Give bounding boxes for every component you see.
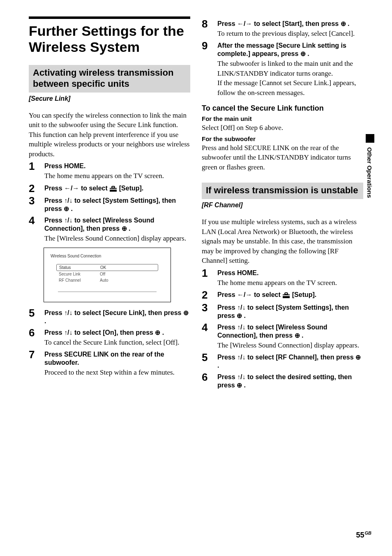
- s2-step-5: 5 Press ↑/↓ to select [RF Channel], then…: [202, 352, 363, 370]
- cancel-subwoofer-title: For the subwoofer: [202, 135, 363, 142]
- step-title-before: Press ←/→ to select: [217, 291, 282, 298]
- step-note: To cancel the Secure Link function, sele…: [44, 338, 190, 347]
- screenshot-title: Wireless Sound Connection: [51, 254, 164, 258]
- section2-intro: If you use multiple wireless systems, su…: [202, 217, 363, 265]
- step-number: 2: [202, 290, 212, 300]
- toolbox-icon: [282, 292, 290, 298]
- step-number: 5: [29, 308, 39, 318]
- screenshot-row-securelink: Secure Link Off: [56, 271, 158, 277]
- s2-step-2: 2 Press ←/→ to select [Setup].: [202, 290, 363, 300]
- step-number: 3: [202, 303, 212, 313]
- step-1: 1 Press HOME. The home menu appears on t…: [29, 161, 190, 181]
- step-number: 6: [29, 328, 39, 338]
- step-title: Press ←/→ to select [Setup].: [44, 184, 190, 192]
- section1-intro: You can specify the wireless connection …: [29, 111, 190, 159]
- svg-rect-4: [285, 293, 288, 294]
- step-title: Press ↑/↓ to select [Wireless Sound Conn…: [217, 323, 363, 340]
- step-note: The home menu appears on the TV screen.: [44, 171, 190, 181]
- screenshot-val: OK: [100, 265, 106, 270]
- step-title: Press HOME.: [44, 162, 190, 170]
- step-number: 5: [202, 352, 212, 363]
- step-2: 2 Press ←/→ to select [Setup].: [29, 183, 190, 194]
- screenshot-key: RF Channel: [59, 278, 100, 283]
- side-tab-label: Other Operations: [366, 147, 373, 198]
- step-title: Press ←/→ to select [Start], then press …: [217, 20, 363, 28]
- svg-rect-2: [109, 189, 117, 190]
- section1-sub: [Secure Link]: [29, 95, 190, 102]
- step-title: Press ↑/↓ to select [Secure Link], then …: [44, 309, 190, 325]
- section1-steps-cont: 8 Press ←/→ to select [Start], then pres…: [202, 19, 363, 97]
- step-number: 4: [202, 322, 212, 333]
- right-column: 8 Press ←/→ to select [Start], then pres…: [202, 16, 363, 392]
- side-tab-marker: [366, 134, 374, 143]
- cancel-main-unit-title: For the main unit: [202, 115, 363, 122]
- page-footer: 55GB: [356, 531, 371, 540]
- step-number: 1: [202, 268, 212, 278]
- step-number: 3: [29, 196, 39, 206]
- step-title-after: [Setup].: [117, 185, 143, 192]
- section1-header: Activating wireless transmission between…: [29, 65, 190, 93]
- step-note: Proceed to the next Step within a few mi…: [44, 368, 190, 377]
- step-title-after: [Setup].: [290, 291, 316, 298]
- svg-rect-3: [283, 294, 290, 298]
- step-title: After the message [Secure Link setting i…: [217, 42, 363, 58]
- screenshot-key: Status: [59, 265, 100, 270]
- region-code: GB: [365, 531, 372, 535]
- s2-step-6: 6 Press ↑/↓ to select the desired settin…: [202, 372, 363, 389]
- step-5: 5 Press ↑/↓ to select [Secure Link], the…: [29, 308, 190, 325]
- section2-header: If wireless transmission is unstable: [202, 183, 363, 199]
- step-number: 6: [202, 372, 212, 382]
- s2-step-3: 3 Press ↑/↓ to select [System Settings],…: [202, 303, 363, 320]
- screenshot-row-rfchannel: RF Channel Auto: [56, 277, 158, 283]
- section2-steps: 1 Press HOME. The home menu appears on t…: [202, 268, 363, 390]
- step-8: 8 Press ←/→ to select [Start], then pres…: [202, 19, 363, 38]
- screenshot-key: Secure Link: [59, 272, 100, 276]
- main-title: Further Settings for the Wireless System: [29, 16, 190, 55]
- step-title: Press ←/→ to select [Setup].: [217, 291, 363, 299]
- step-title-before: Press ←/→ to select: [44, 185, 109, 192]
- page-number: 55: [356, 531, 364, 539]
- step-title: Press ↑/↓ to select the desired setting,…: [217, 373, 363, 389]
- step-number: 2: [29, 183, 39, 194]
- step-title: Press ↑/↓ to select [System Settings], t…: [217, 303, 363, 320]
- step-number: 4: [29, 215, 39, 226]
- left-column: Further Settings for the Wireless System…: [29, 16, 190, 392]
- step-3: 3 Press ↑/↓ to select [System Settings],…: [29, 196, 190, 213]
- toolbox-icon: [109, 186, 117, 192]
- section1-steps: 1 Press HOME. The home menu appears on t…: [29, 161, 190, 378]
- screenshot-val: Off: [100, 272, 105, 276]
- step-title: Press HOME.: [217, 269, 363, 277]
- step-number: 9: [202, 41, 212, 51]
- svg-rect-1: [112, 186, 115, 188]
- step-4: 4 Press ↑/↓ to select [Wireless Sound Co…: [29, 215, 190, 243]
- section2-sub: [RF Channel]: [202, 202, 363, 209]
- step-title: Press ↑/↓ to select [On], then press ⊕ .: [44, 329, 190, 337]
- step-note: The home menu appears on the TV screen.: [217, 278, 363, 287]
- svg-rect-0: [110, 188, 117, 192]
- wireless-sound-connection-screenshot: Wireless Sound Connection Status OK Secu…: [44, 248, 171, 302]
- step-note: The [Wireless Sound Connection] display …: [44, 234, 190, 243]
- cancel-subwoofer-text: Press and hold SECURE LINK on the rear o…: [202, 143, 363, 172]
- step-note: The [Wireless Sound Connection] display …: [217, 341, 363, 350]
- step-7: 7 Press SECURE LINK on the rear of the s…: [29, 350, 190, 377]
- step-note: To return to the previous display, selec…: [217, 29, 363, 38]
- screenshot-divider: [58, 292, 157, 292]
- step-9: 9 After the message [Secure Link setting…: [202, 41, 363, 97]
- step-title: Press ↑/↓ to select [System Settings], t…: [44, 197, 190, 213]
- screenshot-val: Auto: [100, 278, 108, 283]
- page-content: Further Settings for the Wireless System…: [29, 16, 363, 392]
- step-note: The subwoofer is linked to the main unit…: [217, 59, 363, 97]
- step-title: Press ↑/↓ to select [Wireless Sound Conn…: [44, 216, 190, 233]
- step-title: Press ↑/↓ to select [RF Channel], then p…: [217, 353, 363, 370]
- step-number: 7: [29, 350, 39, 360]
- step-title: Press SECURE LINK on the rear of the sub…: [44, 350, 190, 367]
- s2-step-4: 4 Press ↑/↓ to select [Wireless Sound Co…: [202, 322, 363, 350]
- cancel-heading: To cancel the Secure Link function: [202, 104, 363, 113]
- cancel-main-unit-text: Select [Off] on Step 6 above.: [202, 123, 363, 132]
- step-6: 6 Press ↑/↓ to select [On], then press ⊕…: [29, 328, 190, 347]
- svg-rect-5: [282, 295, 290, 296]
- screenshot-row-status: Status OK: [56, 264, 158, 271]
- step-number: 1: [29, 161, 39, 171]
- s2-step-1: 1 Press HOME. The home menu appears on t…: [202, 268, 363, 287]
- step-number: 8: [202, 19, 212, 29]
